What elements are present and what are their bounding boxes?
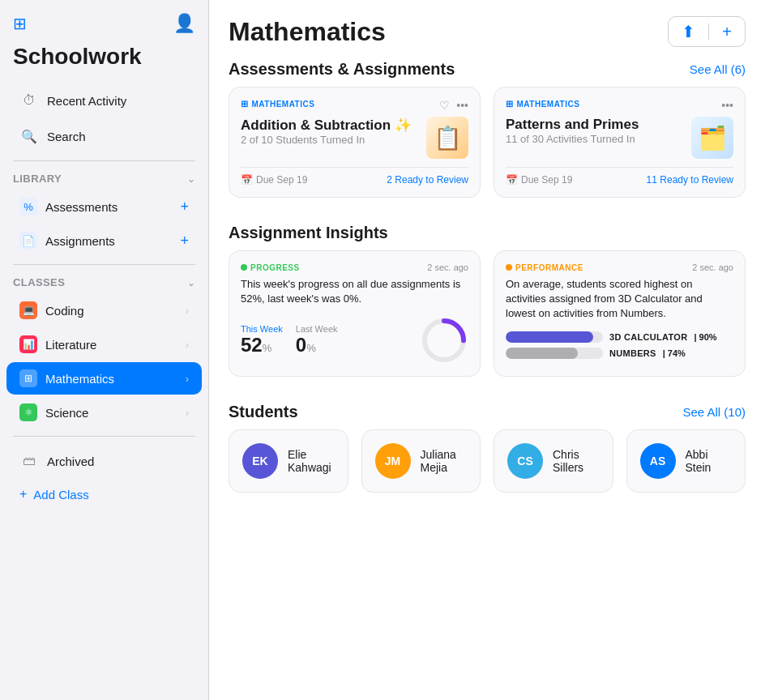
card-thumbnail: 📋 (426, 117, 468, 159)
section-title: Assessments & Assignments (229, 60, 455, 79)
card-actions: ••• (721, 99, 733, 112)
chevron-down-icon: ⌄ (187, 277, 195, 288)
unit: % (263, 342, 272, 354)
card-thumbnail: 🗂️ (691, 117, 733, 159)
clock-icon: ⏱ (19, 91, 39, 110)
sidebar-item-literature[interactable]: 📊 Literature › (6, 328, 202, 361)
add-button[interactable]: + (719, 21, 735, 43)
sidebar-item-assessments[interactable]: % Assessments + (6, 190, 202, 223)
archive-icon: 🗃 (19, 451, 39, 471)
main-header: Mathematics ⬆ + (209, 0, 765, 47)
library-section-header: Library ⌄ (0, 168, 208, 190)
subject-icon: ⊞ (241, 99, 249, 109)
card-top-row: ⊞ MATHEMATICS ♡ ••• (241, 99, 468, 112)
card-subtitle: 2 of 10 Students Turned In (241, 134, 418, 146)
unit: % (306, 342, 316, 354)
this-week-value: 52% (241, 334, 283, 356)
chevron-right-icon: › (186, 373, 189, 385)
insight-time: 2 sec. ago (692, 262, 733, 272)
sidebar-item-label: Coding (45, 304, 177, 318)
insight-type-row: PROGRESS 2 sec. ago (241, 262, 468, 272)
coding-icon: 💻 (19, 301, 37, 319)
chevron-right-icon: › (186, 407, 189, 419)
card-footer: 📅 Due Sep 19 2 Ready to Review (241, 167, 468, 186)
assignment-card-1[interactable]: ⊞ MATHEMATICS ••• Patterns and Primes 11… (494, 87, 746, 198)
user-avatar-icon[interactable]: 👤 (173, 13, 195, 34)
sidebar-item-label: Archived (47, 455, 189, 468)
last-week-stat: Last Week 0% (296, 324, 338, 356)
card-actions: ♡ ••• (439, 99, 468, 112)
app-title: Schoolwork (0, 41, 208, 83)
calendar-icon: 📅 (506, 174, 518, 186)
divider (13, 436, 195, 437)
insights-row: PROGRESS 2 sec. ago This week's progress… (209, 250, 765, 390)
card-title: Patterns and Primes (506, 117, 683, 133)
search-icon: 🔍 (19, 126, 39, 146)
sidebar-item-coding[interactable]: 💻 Coding › (6, 294, 202, 327)
classes-section-header: Classes ⌄ (0, 271, 208, 293)
performance-badge: PERFORMANCE (506, 263, 583, 272)
card-top-row: ⊞ MATHEMATICS ••• (506, 99, 733, 112)
card-subject: ⊞ MATHEMATICS (241, 99, 314, 109)
student-card-0[interactable]: EK Elie Kahwagi (229, 429, 348, 493)
student-name-0: Elie Kahwagi (288, 448, 335, 474)
sidebar-item-assignments[interactable]: 📄 Assignments + (6, 224, 202, 257)
perf-bar-bg (506, 348, 603, 359)
student-name-2: Chris Sillers (553, 448, 600, 474)
more-icon[interactable]: ••• (721, 99, 733, 112)
add-class-button[interactable]: + Add Class (6, 480, 202, 509)
this-week-stat: This Week 52% (241, 324, 283, 356)
sidebar-item-label: Mathematics (45, 372, 177, 386)
review-link[interactable]: 2 Ready to Review (387, 174, 468, 186)
see-all-assessments-link[interactable]: See All (6) (690, 62, 746, 76)
student-card-2[interactable]: CS Chris Sillers (494, 429, 613, 493)
sidebar-item-science[interactable]: ⚛ Science › (6, 396, 202, 429)
insight-stats: This Week 52% Last Week 0% (241, 316, 468, 365)
due-date: 📅 Due Sep 19 (241, 174, 307, 186)
student-card-3[interactable]: AS Abbi Stein (626, 429, 746, 493)
doc-icon: 📄 (19, 232, 37, 250)
see-all-students-link[interactable]: See All (10) (682, 405, 746, 419)
student-card-1[interactable]: JM Juliana Mejia (361, 429, 481, 493)
more-icon[interactable]: ••• (456, 99, 468, 112)
perf-label: 3D CALCULATOR (609, 332, 687, 342)
sidebar-item-recent-activity[interactable]: ⏱ Recent Activity (6, 83, 202, 117)
perf-bar-bg (506, 331, 603, 343)
sidebar-toggle-icon[interactable]: ⊞ (13, 14, 27, 33)
sidebar: ⊞ 👤 Schoolwork ⏱ Recent Activity 🔍 Searc… (0, 0, 209, 700)
sidebar-item-archived[interactable]: 🗃 Archived (6, 444, 202, 478)
card-title: Addition & Subtraction ✨ (241, 117, 418, 134)
sidebar-item-label: Assignments (45, 234, 172, 248)
insight-card-performance: PERFORMANCE 2 sec. ago On average, stude… (494, 250, 746, 377)
chevron-right-icon: › (186, 339, 189, 351)
add-assignment-icon[interactable]: + (180, 233, 189, 250)
header-actions: ⬆ + (668, 16, 746, 47)
insight-time: 2 sec. ago (427, 262, 468, 272)
calendar-icon: 📅 (241, 174, 253, 186)
students-section-header: Students See All (10) (209, 390, 765, 429)
subject-icon: ⊞ (506, 99, 514, 109)
sidebar-item-mathematics[interactable]: ⊞ Mathematics › (6, 362, 202, 395)
insight-card-progress: PROGRESS 2 sec. ago This week's progress… (229, 250, 481, 377)
assignment-card-0[interactable]: ⊞ MATHEMATICS ♡ ••• Addition & Subtracti… (229, 87, 481, 198)
performance-bars: 3D CALCULATOR | 90% NUMBERS | 74% (506, 331, 733, 359)
review-link[interactable]: 11 Ready to Review (647, 174, 733, 186)
student-avatar-3: AS (640, 443, 676, 479)
export-button[interactable]: ⬆ (678, 20, 699, 43)
divider (13, 264, 195, 265)
sidebar-item-label: Recent Activity (47, 94, 189, 108)
card-subtitle: 11 of 30 Activities Turned In (506, 133, 683, 145)
add-assessment-icon[interactable]: + (180, 198, 189, 216)
card-footer: 📅 Due Sep 19 11 Ready to Review (506, 167, 733, 186)
sidebar-item-label: Search (47, 130, 189, 143)
students-row: EK Elie Kahwagi JM Juliana Mejia CS Chri… (209, 429, 765, 506)
science-icon: ⚛ (19, 403, 37, 421)
main-content: Mathematics ⬆ + Assessments & Assignment… (209, 0, 765, 700)
heart-icon[interactable]: ♡ (439, 99, 450, 112)
perf-label: NUMBERS (609, 348, 656, 358)
sidebar-item-label: Literature (45, 338, 177, 352)
percent-icon: % (19, 198, 37, 216)
sidebar-item-search[interactable]: 🔍 Search (6, 119, 202, 153)
insights-section-header: Assignment Insights (209, 211, 765, 250)
perf-pct: | 74% (663, 348, 686, 358)
